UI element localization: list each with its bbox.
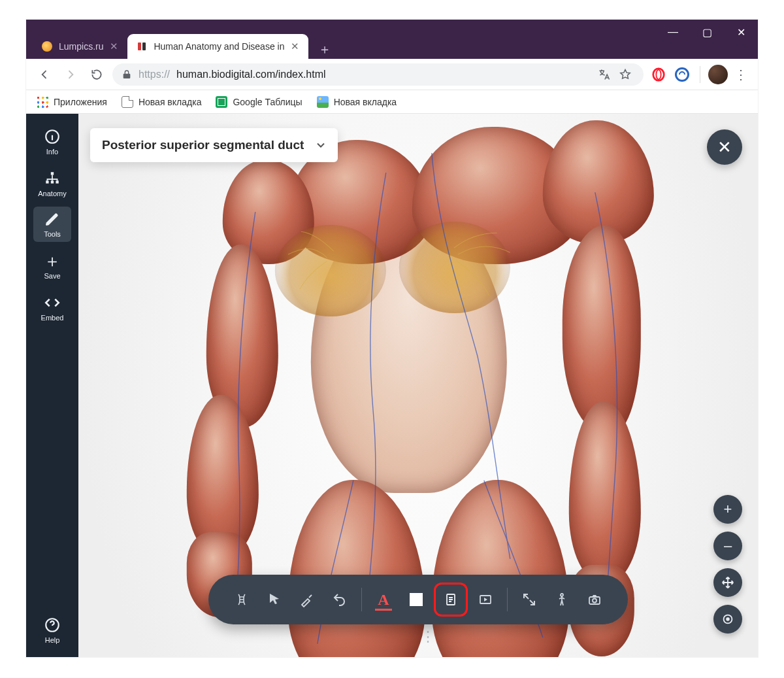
bookmark-label: Google Таблицы [233,97,302,107]
sidebar-tools[interactable]: Tools [33,207,71,242]
color-swatch-icon [410,593,423,606]
profile-avatar[interactable] [708,65,728,84]
bookmark-star-icon[interactable] [616,65,634,84]
help-icon [44,617,61,634]
plus-icon: ＋ [44,252,61,269]
window-close[interactable]: ✕ [724,20,758,44]
tool-scalpel[interactable] [292,585,322,615]
tab-close-icon[interactable]: ✕ [110,41,118,52]
picture-icon [317,96,329,108]
separator [700,66,700,83]
sidebar-anatomy[interactable]: Anatomy [33,165,71,201]
sidebar-save[interactable]: ＋ Save [33,247,71,284]
svg-point-9 [727,618,729,620]
letter-a-icon: A [378,591,389,609]
tool-bg-color[interactable] [401,585,431,615]
sidebar-label: Help [45,636,60,644]
separator [507,588,508,611]
sidebar-help[interactable]: Help [33,611,71,648]
omnibox[interactable]: https://human.biodigital.com/index.html [112,63,644,86]
extensions-row: ⋮ [649,65,750,84]
extension-globe-icon[interactable] [672,65,692,84]
svg-point-14 [593,599,596,603]
zoom-in-button[interactable]: + [713,495,742,524]
recenter-button[interactable] [713,605,742,634]
app-content: Info Anatomy Tools ＋ Save [26,114,758,657]
nav-back-button[interactable] [34,64,55,85]
url-text: human.biodigital.com/index.html [176,69,326,80]
hierarchy-icon [44,170,61,187]
svg-rect-6 [56,180,58,183]
tool-video[interactable] [470,585,500,615]
bookmark-label: Новая вкладка [139,97,202,107]
translate-icon[interactable] [595,65,613,84]
tab-close-icon[interactable]: ✕ [291,41,299,52]
tool-notes[interactable] [434,583,468,617]
chrome-menu-icon[interactable]: ⋮ [732,67,750,82]
tool-text-color[interactable]: A [368,585,399,615]
svg-rect-3 [51,172,54,175]
bookmark-sheets[interactable]: Google Таблицы [216,96,302,108]
tab-title: Human Anatomy and Disease in [154,41,284,52]
sheets-icon [216,96,227,108]
bookmark-newtab1[interactable]: Новая вкладка [122,96,202,108]
favicon-lumpics [42,41,52,52]
svg-point-0 [653,68,664,80]
tool-pointer[interactable] [259,585,289,615]
tool-expand[interactable] [514,585,544,615]
tab-title: Lumpics.ru [59,41,103,52]
code-icon [44,294,61,311]
window-controls: — ▢ ✕ [656,20,758,46]
sidebar-label: Anatomy [38,190,66,197]
left-sidebar: Info Anatomy Tools ＋ Save [26,114,78,657]
favicon-biodigital [137,41,147,52]
zoom-controls: + – [713,495,742,634]
selection-label-title: Posterior superior segmental duct [102,137,304,153]
bookmark-newtab2[interactable]: Новая вкладка [317,96,397,108]
bookmark-apps[interactable]: Приложения [37,96,107,108]
svg-rect-5 [51,180,54,183]
browser-window: Lumpics.ru ✕ Human Anatomy and Disease i… [26,20,758,657]
pencil-icon [44,212,60,228]
pan-button[interactable] [713,568,742,597]
bottom-toolbar: A [208,575,628,624]
nav-forward-button[interactable] [60,64,81,85]
tool-xray[interactable] [227,585,257,615]
lock-icon [122,69,132,80]
bookmark-label: Новая вкладка [334,97,397,107]
close-icon: ✕ [717,137,732,158]
zoom-out-button[interactable]: – [713,532,742,560]
sidebar-label: Save [44,272,60,280]
anatomy-viewer[interactable]: Posterior superior segmental duct ✕ + – [78,114,758,657]
info-icon [44,128,61,145]
svg-rect-4 [46,180,48,183]
sidebar-label: Embed [41,314,64,322]
tool-mannequin[interactable] [547,585,577,615]
bookmark-label: Приложения [54,97,107,107]
window-minimize[interactable]: — [656,20,690,44]
svg-point-1 [656,69,661,79]
titlebar: Lumpics.ru ✕ Human Anatomy and Disease i… [26,20,758,59]
tab-biodigital[interactable]: Human Anatomy and Disease in ✕ [127,34,308,59]
bookmarks-bar: Приложения Новая вкладка Google Таблицы … [26,90,758,114]
toolbar-more-icon[interactable]: ⋮ [401,628,435,645]
tool-undo[interactable] [325,585,355,615]
separator [361,588,362,611]
url-scheme: https:// [139,69,170,80]
nav-reload-button[interactable] [86,64,107,85]
selection-label-panel[interactable]: Posterior superior segmental duct [90,128,338,162]
apps-icon [37,96,48,108]
svg-point-12 [561,594,563,596]
sidebar-embed[interactable]: Embed [33,289,71,326]
tab-lumpics[interactable]: Lumpics.ru ✕ [33,34,127,59]
chevron-down-icon[interactable] [314,139,327,152]
close-selection-button[interactable]: ✕ [707,129,742,165]
tool-camera[interactable] [580,585,610,615]
extension-opera-icon[interactable] [649,65,668,84]
sidebar-label: Tools [44,230,61,238]
new-tab-button[interactable]: ＋ [315,39,335,59]
sidebar-info[interactable]: Info [33,123,71,160]
address-bar: https://human.biodigital.com/index.html [26,59,758,90]
file-icon [122,96,133,108]
window-maximize[interactable]: ▢ [690,20,724,44]
